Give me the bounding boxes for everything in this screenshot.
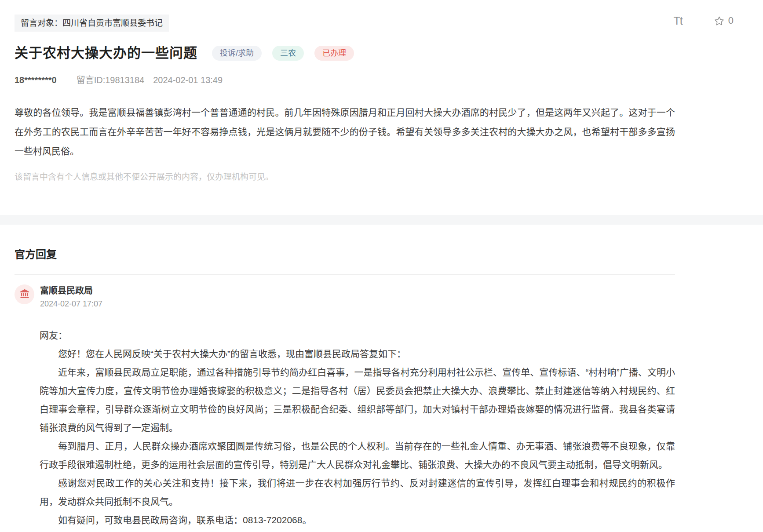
privacy-note: 该留言中含有个人信息或其他不便公开展示的内容，仅办理机构可见。 <box>15 170 675 182</box>
tag-status-badge: 已办理 <box>314 46 354 61</box>
favorite-button[interactable]: 0 <box>714 15 734 26</box>
title-row: 关于农村大操大办的一些问题 投诉/求助 三农 已办理 <box>15 45 675 61</box>
reply-paragraph: 网友： <box>40 326 675 345</box>
message-body: 尊敬的各位领导。我是富顺县福善镇彭湾村一个普普通通的村民。前几年因特殊原因腊月和… <box>15 103 675 161</box>
avatar <box>15 284 34 304</box>
official-reply-section: 官方回复 富顺县民政局 2024-02-07 17:07 网友： 您好！您在人民… <box>0 225 763 532</box>
reply-paragraph: 每到腊月、正月，人民群众操办酒席欢聚团圆是传统习俗，也是公民的个人权利。当前存在… <box>40 437 675 474</box>
government-building-icon <box>19 288 30 301</box>
reply-agency-name: 富顺县民政局 <box>40 286 102 295</box>
message-card: 留言对象：四川省自贡市富顺县委书记 Tt 0 关于农村大操大办的一些问题 投诉/… <box>0 0 763 215</box>
message-title: 关于农村大操大办的一些问题 <box>15 45 197 61</box>
reply-paragraph: 您好！您在人民网反映“关于农村大操大办”的留言收悉，现由富顺县民政局答复如下： <box>40 345 675 363</box>
message-id: 留言ID:19813184 <box>77 73 145 86</box>
message-meta: 18********0 留言ID:19813184 2024-02-01 13:… <box>15 73 675 86</box>
reply-paragraph: 如有疑问，可致电县民政局咨询，联系电话：0813-7202068。 <box>40 511 675 529</box>
reply-paragraph: 近年来，富顺县民政局立足职能，通过各种措施引导节约简办红白喜事，一是指导各村充分… <box>40 363 675 437</box>
top-actions: Tt 0 <box>674 15 734 26</box>
tag-category: 投诉/求助 <box>212 46 262 61</box>
message-tags: 投诉/求助 三农 已办理 <box>212 46 354 61</box>
star-icon <box>714 16 724 26</box>
tag-domain: 三农 <box>272 46 304 61</box>
message-target-badge: 留言对象：四川省自贡市富顺县委书记 <box>15 15 169 32</box>
dashed-divider <box>15 96 675 96</box>
reply-paragraph: 感谢您的留言。 <box>40 529 675 532</box>
section-separator <box>0 215 763 225</box>
official-reply-heading: 官方回复 <box>15 246 675 261</box>
reply-meta: 富顺县民政局 2024-02-07 17:07 <box>40 284 102 309</box>
reply-header: 富顺县民政局 2024-02-07 17:07 <box>15 284 675 309</box>
message-author-phone: 18********0 <box>15 75 57 85</box>
favorite-count: 0 <box>728 15 734 26</box>
reply-paragraph: 感谢您对民政工作的关心关注和支持！接下来，我们将进一步在农村加强厉行节约、反对封… <box>40 474 675 511</box>
page: 留言对象：四川省自贡市富顺县委书记 Tt 0 关于农村大操大办的一些问题 投诉/… <box>0 0 763 532</box>
reply-datetime: 2024-02-07 17:07 <box>40 299 102 309</box>
reply-body: 网友： 您好！您在人民网反映“关于农村大操大办”的留言收悉，现由富顺县民政局答复… <box>40 326 675 532</box>
message-datetime: 2024-02-01 13:49 <box>153 75 223 85</box>
reply-divider <box>15 274 675 275</box>
font-size-icon[interactable]: Tt <box>674 15 683 26</box>
